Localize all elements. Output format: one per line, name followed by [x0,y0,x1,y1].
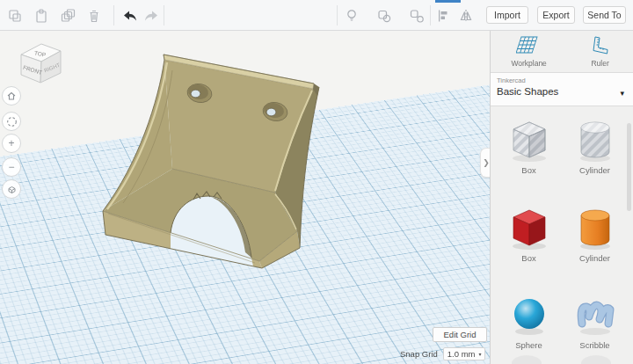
shape-label: Sphere [515,340,542,350]
viewport-3d[interactable]: TOP FRONT RIGHT + − Edit Grid Snap Grid … [0,31,490,364]
shape-category-select[interactable]: Tinkercad Basic Shapes ▾ [491,72,633,106]
shape-box-red[interactable]: Box [496,203,562,277]
export-button[interactable]: Export [537,6,575,24]
shape-list: Box Cylinder Box [491,106,633,364]
ruler-tool[interactable]: Ruler [588,35,613,68]
workplane-label: Workplane [511,59,546,68]
copy-icon[interactable] [5,6,25,25]
category-brand-label: Tinkercad [497,76,627,84]
duplicate-icon[interactable] [58,6,77,25]
ruler-label: Ruler [591,59,608,68]
edit-grid-button[interactable]: Edit Grid [433,327,487,342]
shape-label: Cylinder [579,253,610,263]
snap-grid-select[interactable]: 1.0 mm ▾ [443,347,486,360]
toolbar: Import Export Send To [0,0,633,31]
model-bracket[interactable] [0,31,490,364]
shape-label: Scribble [579,340,609,350]
snap-grid-value: 1.0 mm [447,349,476,359]
panel-tools-row: Workplane Ruler [491,31,633,72]
shape-scribble[interactable]: Scribble [562,290,628,364]
toolbar-separator [337,5,338,25]
align-icon[interactable] [433,6,453,25]
shape-sphere-blue[interactable]: Sphere [496,290,562,364]
workplane-icon [516,35,542,56]
view-cube[interactable]: TOP FRONT RIGHT [11,36,69,91]
redo-icon[interactable] [142,6,162,25]
zoom-out-button[interactable]: − [2,157,21,177]
mirror-icon[interactable] [456,6,476,25]
import-button[interactable]: Import [486,6,528,24]
toolbar-separator [164,5,164,25]
caret-down-icon: ▾ [478,351,481,357]
group-icon[interactable] [375,6,394,25]
ruler-icon [588,35,613,56]
shape-cylinder-orange[interactable]: Cylinder [562,203,628,277]
show-all-icon[interactable] [342,6,361,25]
shape-label: Box [521,165,535,175]
caret-down-icon: ▾ [620,89,624,98]
shapes-panel: Workplane Ruler Tinkercad Basic Shapes ▾ [490,31,633,364]
workplane-tool[interactable]: Workplane [511,35,546,68]
tinkercad-app: Import Export Send To [0,0,633,364]
delete-icon[interactable] [84,6,104,25]
snap-grid-label: Snap Grid [400,349,438,359]
undo-icon[interactable] [120,6,139,25]
ungroup-icon[interactable] [407,6,426,25]
zoom-in-button[interactable]: + [2,134,21,153]
shape-box-striped[interactable]: Box [496,115,562,189]
shape-label: Box [521,253,535,263]
panel-scrollbar[interactable] [627,123,631,211]
top-accent-strip [435,0,461,3]
home-view-button[interactable] [2,86,21,106]
paste-icon[interactable] [32,6,51,25]
snap-grid-control: Snap Grid 1.0 mm ▾ [400,346,485,360]
toolbar-separator [113,5,114,25]
send-to-button[interactable]: Send To [583,6,626,24]
shape-label: Cylinder [579,165,610,175]
fit-view-button[interactable] [2,112,21,131]
toolbar-separator [430,5,431,25]
perspective-toggle-button[interactable] [2,179,21,199]
shape-cylinder-striped[interactable]: Cylinder [562,115,628,189]
category-value: Basic Shapes [497,86,627,97]
